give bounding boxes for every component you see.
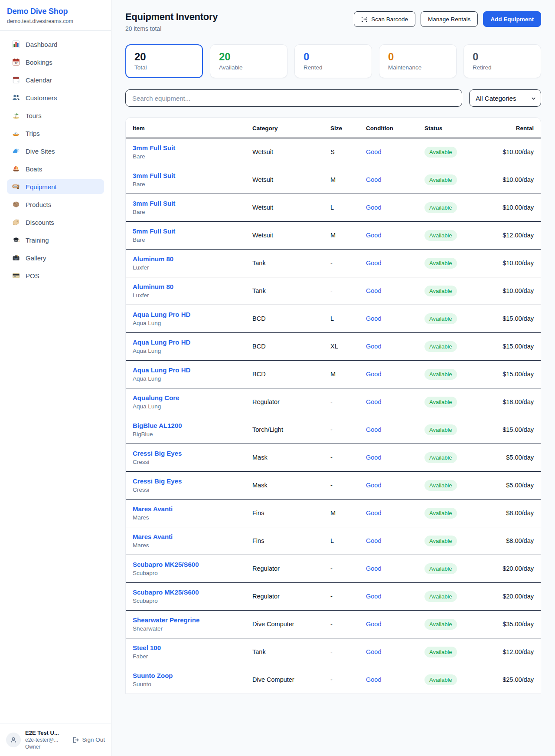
sidebar-item-calendar[interactable]: Calendar [7, 72, 104, 87]
status-badge: Available [424, 647, 457, 657]
item-name-link[interactable]: Aqua Lung Pro HD [133, 339, 252, 346]
brand-name: Demo Dive Shop [7, 7, 104, 16]
item-brand: BigBlue [133, 431, 252, 437]
sidebar-item-label: Equipment [26, 183, 57, 191]
item-condition-link[interactable]: Good [366, 260, 381, 266]
item-name-link[interactable]: Cressi Big Eyes [133, 477, 252, 485]
page-header: Equipment Inventory 20 items total Scan … [125, 11, 541, 32]
item-category: Regulator [252, 388, 330, 416]
status-badge: Available [424, 174, 457, 185]
item-name-link[interactable]: Aqua Lung Pro HD [133, 366, 252, 374]
item-name-link[interactable]: BigBlue AL1200 [133, 422, 252, 429]
item-condition-link[interactable]: Good [366, 426, 381, 433]
item-name-link[interactable]: Shearwater Peregrine [133, 616, 252, 624]
status-badge: Available [424, 397, 457, 408]
item-rental-rate: $15.00/day [492, 361, 541, 388]
item-rental-rate: $10.00/day [492, 277, 541, 305]
stat-card-retired[interactable]: 0Retired [464, 44, 541, 78]
item-brand: Luxfer [133, 292, 252, 299]
item-condition-link[interactable]: Good [366, 593, 381, 600]
item-name-link[interactable]: Aqua Lung Pro HD [133, 311, 252, 318]
item-size: - [330, 583, 366, 611]
stat-card-rented[interactable]: 0Rented [294, 44, 372, 78]
item-name-link[interactable]: Mares Avanti [133, 533, 252, 540]
item-name-link[interactable]: 3mm Full Suit [133, 144, 252, 151]
sidebar-item-boats[interactable]: Boats [7, 161, 104, 176]
main-content: Equipment Inventory 20 items total Scan … [111, 0, 555, 756]
item-name-link[interactable]: Aqualung Core [133, 394, 252, 401]
item-condition-link[interactable]: Good [366, 565, 381, 572]
sidebar-item-bookings[interactable]: 17Bookings [7, 55, 104, 69]
table-row: 3mm Full SuitBareWetsuitMGoodAvailable$1… [126, 166, 541, 194]
item-size: L [330, 527, 366, 555]
item-condition-link[interactable]: Good [366, 648, 381, 655]
item-name-link[interactable]: Aluminum 80 [133, 255, 252, 263]
add-equipment-label: Add Equipment [490, 16, 534, 23]
item-category: Tank [252, 250, 330, 277]
item-condition-link[interactable]: Good [366, 343, 381, 350]
item-name-link[interactable]: Scubapro MK25/S600 [133, 561, 252, 568]
item-name-link[interactable]: Scubapro MK25/S600 [133, 588, 252, 596]
add-equipment-button[interactable]: Add Equipment [483, 11, 541, 27]
dashboard-icon [12, 40, 20, 48]
item-name-link[interactable]: 3mm Full Suit [133, 172, 252, 179]
stat-card-available[interactable]: 20Available [210, 44, 287, 78]
status-badge: Available [424, 619, 457, 630]
sidebar-item-equipment[interactable]: Equipment [7, 179, 104, 194]
pos-icon [12, 272, 20, 279]
item-condition-link[interactable]: Good [366, 454, 381, 461]
sidebar-item-trips[interactable]: Trips [7, 126, 104, 141]
sidebar-item-pos[interactable]: POS [7, 268, 104, 283]
item-rental-rate: $10.00/day [492, 250, 541, 277]
item-condition-link[interactable]: Good [366, 509, 381, 516]
status-badge: Available [424, 424, 457, 435]
search-input[interactable] [125, 89, 462, 107]
equipment-table-card: ItemCategorySizeConditionStatusRental 3m… [125, 117, 541, 694]
item-condition-link[interactable]: Good [366, 176, 381, 183]
sign-out-button[interactable]: Sign Out [72, 736, 105, 744]
table-row: Scubapro MK25/S600ScubaproRegulator-Good… [126, 555, 541, 583]
item-condition-link[interactable]: Good [366, 398, 381, 405]
table-row: Aluminum 80LuxferTank-GoodAvailable$10.0… [126, 250, 541, 277]
item-condition-link[interactable]: Good [366, 148, 381, 155]
sidebar-item-discounts[interactable]: Discounts [7, 215, 104, 230]
sidebar-item-training[interactable]: Training [7, 233, 104, 247]
sidebar-item-tours[interactable]: Tours [7, 108, 104, 123]
item-name-link[interactable]: Aluminum 80 [133, 283, 252, 290]
item-condition-link[interactable]: Good [366, 676, 381, 683]
stats-row: 20Total20Available0Rented0Maintenance0Re… [125, 44, 541, 78]
item-name-link[interactable]: Steel 100 [133, 644, 252, 651]
sidebar-item-gallery[interactable]: Gallery [7, 250, 104, 265]
sidebar-item-dashboard[interactable]: Dashboard [7, 37, 104, 52]
sidebar-item-products[interactable]: Products [7, 197, 104, 212]
page-subtitle: 20 items total [125, 25, 218, 32]
products-icon [12, 201, 20, 208]
item-condition-link[interactable]: Good [366, 371, 381, 378]
item-condition-link[interactable]: Good [366, 204, 381, 211]
item-condition-link[interactable]: Good [366, 537, 381, 544]
item-name-link[interactable]: 3mm Full Suit [133, 200, 252, 207]
sidebar-item-dive-sites[interactable]: Dive Sites [7, 144, 104, 158]
category-select[interactable]: All Categories [469, 89, 541, 107]
sidebar-item-customers[interactable]: Customers [7, 90, 104, 105]
sign-out-label: Sign Out [82, 736, 105, 743]
item-name-link[interactable]: 5mm Full Suit [133, 227, 252, 235]
item-name-link[interactable]: Suunto Zoop [133, 672, 252, 679]
item-condition-link[interactable]: Good [366, 315, 381, 322]
item-name-link[interactable]: Cressi Big Eyes [133, 450, 252, 457]
item-size: L [330, 305, 366, 333]
item-condition-link[interactable]: Good [366, 621, 381, 628]
stat-card-total[interactable]: 20Total [125, 44, 203, 78]
column-header-category: Category [252, 118, 330, 138]
status-badge: Available [424, 147, 457, 158]
item-condition-link[interactable]: Good [366, 482, 381, 489]
item-rental-rate: $15.00/day [492, 416, 541, 444]
status-badge: Available [424, 536, 457, 546]
discounts-icon [12, 218, 20, 226]
manage-rentals-button[interactable]: Manage Rentals [421, 11, 478, 27]
item-condition-link[interactable]: Good [366, 232, 381, 239]
item-name-link[interactable]: Mares Avanti [133, 505, 252, 513]
scan-barcode-button[interactable]: Scan Barcode [354, 11, 415, 27]
item-condition-link[interactable]: Good [366, 287, 381, 294]
stat-card-maintenance[interactable]: 0Maintenance [379, 44, 457, 78]
